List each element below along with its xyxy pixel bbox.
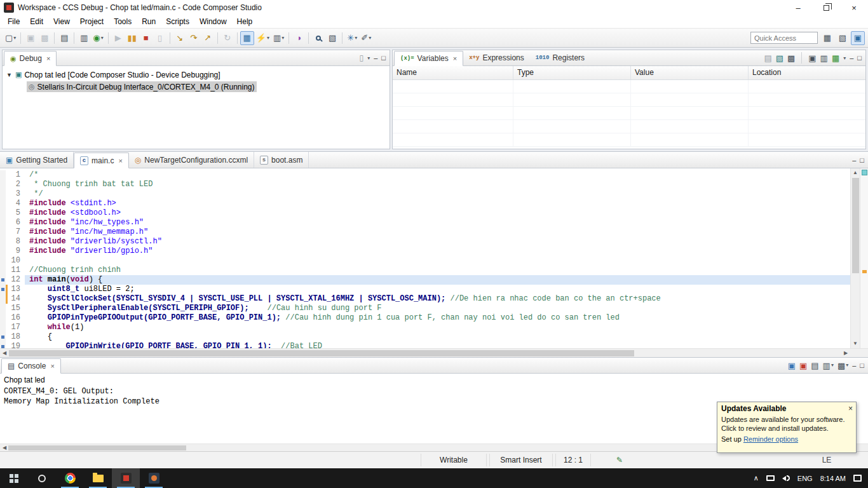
line-number[interactable]: 4 xyxy=(6,199,25,208)
minimize-view-icon[interactable]: – xyxy=(852,156,856,164)
quick-access-input[interactable] xyxy=(750,32,818,44)
line-number[interactable]: 5 xyxy=(6,208,25,218)
collapse-all-icon[interactable]: ▩ xyxy=(787,54,795,62)
show-logical-structure-icon[interactable]: ▧ xyxy=(776,54,783,62)
line-number[interactable]: 6 xyxy=(6,218,25,227)
taskbar-chrome-icon[interactable] xyxy=(56,468,84,488)
vertical-scroll-thumb[interactable] xyxy=(852,178,859,273)
line-number[interactable]: 12 xyxy=(6,275,25,285)
restore-icon[interactable] xyxy=(812,0,840,15)
dropdown-arrow-icon[interactable]: ▾ xyxy=(281,35,284,41)
taskbar-ccs-icon[interactable] xyxy=(112,468,140,488)
dropdown-arrow-icon[interactable]: ▾ xyxy=(355,35,357,41)
show-type-names-icon[interactable]: ▤ xyxy=(764,54,771,62)
language-indicator[interactable]: ENG xyxy=(797,475,813,482)
table-row[interactable] xyxy=(393,93,865,107)
line-number[interactable]: 9 xyxy=(6,247,25,256)
tab-target-configuration[interactable]: ◎ NewTargetConfiguration.ccxml xyxy=(129,152,254,168)
tab-close-icon[interactable]: × xyxy=(118,157,122,165)
import-icon[interactable]: ▥ xyxy=(820,54,828,62)
line-number[interactable]: 19 xyxy=(6,342,25,348)
restart-icon[interactable]: ↻ xyxy=(220,31,234,45)
code-line[interactable]: 15 SysCtlPeripheralEnable(SYSCTL_PERIPH_… xyxy=(0,304,850,313)
line-number[interactable]: 17 xyxy=(6,323,25,332)
scroll-left-icon[interactable]: ◀ xyxy=(0,444,9,451)
taskbar-start-icon[interactable] xyxy=(0,468,28,488)
minimize-view-icon[interactable]: – xyxy=(374,54,377,62)
table-row[interactable] xyxy=(393,80,865,93)
overview-ruler[interactable] xyxy=(860,168,868,348)
new-icon[interactable]: ▢▾ xyxy=(3,31,18,45)
save-all-icon[interactable]: ▩ xyxy=(37,31,51,45)
maximize-view-icon[interactable]: □ xyxy=(860,362,864,369)
line-number[interactable]: 2 xyxy=(6,180,25,189)
code-line[interactable]: 13 uint8_t ui8LED = 2; xyxy=(0,285,850,294)
scroll-right-icon[interactable]: ▶ xyxy=(841,349,850,357)
code-line[interactable]: 3 */ xyxy=(0,189,850,199)
pin-console-icon[interactable]: ▤ xyxy=(811,362,818,370)
open-perspective-icon[interactable]: ▦ xyxy=(820,31,834,45)
code-line[interactable]: 18 { xyxy=(0,332,850,342)
dropdown-arrow-icon[interactable]: ▾ xyxy=(831,363,834,368)
line-number[interactable]: 8 xyxy=(6,237,25,247)
new-target-configuration-icon[interactable]: ▥ xyxy=(77,31,91,45)
view-menu-icon[interactable]: ▾ xyxy=(367,55,370,61)
code-line[interactable]: 8#include "driverlib/sysctl.h" xyxy=(0,237,850,247)
code-line[interactable]: 6#include "inc/hw_types.h" xyxy=(0,218,850,227)
scroll-up-icon[interactable]: ▲ xyxy=(853,168,858,177)
taskbar-search-icon[interactable] xyxy=(28,468,56,488)
dropdown-arrow-icon[interactable]: ▾ xyxy=(13,35,16,41)
minimize-view-icon[interactable]: – xyxy=(852,362,856,369)
view-menu-icon[interactable]: ▾ xyxy=(843,55,846,61)
code-line[interactable]: 2 * Chuong trinh bat tat LED xyxy=(0,180,850,189)
minimize-icon[interactable]: – xyxy=(784,0,812,15)
action-center-icon[interactable] xyxy=(853,475,862,482)
taskbar-eclipse-java-icon[interactable] xyxy=(140,468,168,488)
ccs-edit-perspective-icon[interactable]: ▧ xyxy=(836,31,850,45)
column-value[interactable]: Value xyxy=(631,66,749,79)
tab-close-icon[interactable]: × xyxy=(46,55,50,62)
code-line[interactable]: 19 GPIOPinWrite(GPIO_PORTF_BASE, GPIO_PI… xyxy=(0,342,850,348)
remove-terminated-icon[interactable]: ▯ xyxy=(360,54,364,62)
tab-console[interactable]: ▤ Console × xyxy=(1,358,61,374)
line-number[interactable]: 14 xyxy=(6,294,25,304)
tab-main-c[interactable]: c main.c × xyxy=(74,152,129,168)
disconnect-icon[interactable]: ▯ xyxy=(153,31,167,45)
menu-run[interactable]: Run xyxy=(137,15,161,28)
line-number[interactable]: 11 xyxy=(6,266,25,275)
table-row[interactable] xyxy=(393,120,865,133)
open-element-icon[interactable]: ▧ xyxy=(325,31,339,45)
terminate-icon[interactable]: ■ xyxy=(139,31,153,45)
horizontal-scroll-thumb[interactable] xyxy=(9,350,634,356)
vertical-scrollbar[interactable]: ▲ ▼ xyxy=(850,168,860,348)
column-name[interactable]: Name xyxy=(393,66,513,79)
step-filters-icon[interactable]: ✳▾ xyxy=(345,31,359,45)
menu-file[interactable]: File xyxy=(3,15,25,28)
code-line[interactable]: 12int main(void) { xyxy=(0,275,850,285)
taskbar-file-explorer-icon[interactable] xyxy=(84,468,112,488)
maximize-view-icon[interactable]: □ xyxy=(860,156,864,164)
tab-debug[interactable]: ◉ Debug × xyxy=(4,51,57,66)
tab-boot-asm[interactable]: s boot.asm xyxy=(254,152,309,168)
close-icon[interactable]: × xyxy=(848,404,853,413)
dropdown-arrow-icon[interactable]: ▾ xyxy=(369,35,371,41)
open-console-icon[interactable]: ▩▾ xyxy=(837,362,848,370)
flash-icon[interactable]: ⚡▾ xyxy=(254,31,271,45)
code-line[interactable]: 14 SysCtlClockSet(SYSCTL_SYSDIV_4 | SYSC… xyxy=(0,294,850,304)
code-line[interactable]: 4#include <stdint.h> xyxy=(0,199,850,208)
reminder-options-link[interactable]: Reminder options xyxy=(743,435,798,443)
scroll-left-icon[interactable]: ◀ xyxy=(0,349,9,357)
export-icon[interactable]: ▦ xyxy=(832,54,839,62)
close-icon[interactable]: × xyxy=(840,0,868,15)
tab-close-icon[interactable]: × xyxy=(50,362,54,370)
connect-target-icon[interactable]: ▦ xyxy=(240,31,254,45)
menu-help[interactable]: Help xyxy=(232,15,258,28)
code-line[interactable]: 7#include "inc/hw_memmap.h" xyxy=(0,227,850,237)
code-line[interactable]: 17 while(1) xyxy=(0,323,850,332)
selected-core[interactable]: ◎ Stellaris In-Circuit Debug Interface_0… xyxy=(27,81,257,92)
step-into-icon[interactable]: ↘ xyxy=(173,31,187,45)
clock[interactable]: 8:14 AM xyxy=(820,475,846,482)
dropdown-arrow-icon[interactable]: ▾ xyxy=(846,363,848,368)
resume-icon[interactable]: ▶ xyxy=(111,31,125,45)
debug-tree-core[interactable]: ◎ Stellaris In-Circuit Debug Interface_0… xyxy=(3,81,390,93)
